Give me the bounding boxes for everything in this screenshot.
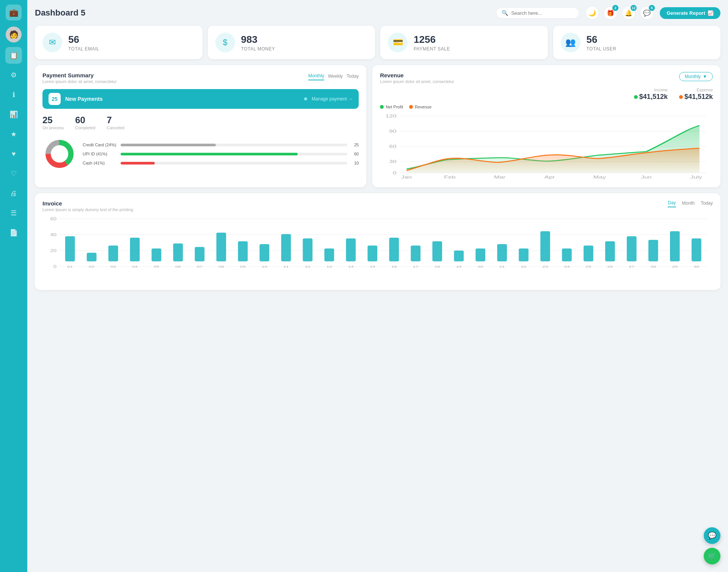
middle-row: Payment Summary Lorem ipsum dolor sit am…	[35, 65, 720, 187]
svg-rect-68	[475, 248, 485, 261]
svg-text:04: 04	[132, 265, 138, 268]
svg-text:13: 13	[326, 265, 332, 268]
user-label: TOTAL USER	[587, 46, 617, 52]
svg-text:16: 16	[391, 265, 397, 268]
gift-badge: 2	[612, 5, 618, 11]
on-process-num: 25	[42, 115, 64, 125]
stats-row: ✉ 56 TOTAL EMAIL $ 983 TOTAL MONEY 💳 125…	[35, 26, 720, 59]
svg-text:06: 06	[175, 265, 181, 268]
sidebar-item-liked[interactable]: ♥	[5, 146, 22, 162]
svg-rect-78	[584, 246, 593, 262]
sidebar-item-saved[interactable]: ♡	[5, 165, 22, 182]
svg-rect-58	[367, 246, 377, 262]
svg-rect-44	[217, 233, 226, 262]
svg-text:20: 20	[478, 265, 483, 268]
stat-completed: 60 Completed	[75, 115, 95, 130]
money-number: 983	[241, 34, 275, 45]
progress-item-cash: Cash (41%) 10	[83, 161, 359, 165]
sidebar-item-dashboard[interactable]: 📋	[5, 47, 22, 64]
expense-amount: $41,512k	[684, 93, 713, 101]
svg-rect-62	[411, 246, 420, 262]
user-icon: 👥	[561, 33, 581, 52]
sidebar-item-print[interactable]: 🖨	[5, 185, 22, 202]
svg-rect-40	[173, 243, 183, 261]
income-expense: Income $41,512k Expense $41,512k	[380, 88, 713, 101]
revenue-subtitle: Lorem ipsum dolor sit amet, consectetur	[380, 79, 454, 84]
svg-text:22: 22	[521, 265, 527, 268]
new-payments-count: 25	[49, 93, 61, 105]
payment-icon: 💳	[388, 33, 408, 52]
completed-num: 60	[75, 115, 95, 125]
revenue-legend: Net Profit Revenue	[380, 105, 713, 109]
svg-rect-42	[195, 247, 205, 262]
revenue-monthly-btn[interactable]: Monthly ▼	[679, 72, 713, 81]
stat-canceled: 7 Canceled	[107, 115, 124, 130]
bell-btn[interactable]: 🔔 12	[622, 6, 635, 20]
income-item: Income $41,512k	[634, 88, 668, 101]
invoice-tab-month[interactable]: Month	[682, 201, 695, 207]
sidebar-item-analytics[interactable]: 📊	[5, 106, 22, 123]
svg-text:May: May	[593, 175, 606, 179]
income-icon	[634, 95, 638, 99]
invoice-card: Invoice Lorem Ipsum is simply dummy text…	[35, 193, 720, 290]
svg-rect-48	[260, 244, 270, 261]
payment-label: PAYMENT SALE	[414, 46, 450, 52]
svg-rect-52	[303, 238, 313, 261]
stat-card-email: ✉ 56 TOTAL EMAIL	[35, 26, 202, 59]
tab-weekly[interactable]: Weekly	[328, 72, 343, 80]
invoice-tab-today[interactable]: Today	[701, 201, 713, 207]
invoice-tab-day[interactable]: Day	[668, 200, 676, 207]
svg-rect-36	[130, 238, 140, 261]
svg-rect-38	[152, 248, 162, 261]
tab-today[interactable]: Today	[347, 72, 359, 80]
search-input[interactable]	[511, 10, 574, 16]
svg-rect-32	[87, 253, 97, 262]
sidebar-item-menu[interactable]: ☰	[5, 205, 22, 221]
cart-button[interactable]: 🛒	[704, 548, 720, 564]
gift-btn[interactable]: 🎁 2	[604, 6, 617, 20]
canceled-label: Canceled	[107, 125, 124, 130]
float-buttons: 💬 🛒	[704, 527, 720, 564]
svg-text:Jan: Jan	[401, 175, 412, 179]
generate-report-button[interactable]: Generate Report 📈	[660, 7, 720, 19]
svg-text:09: 09	[240, 265, 246, 268]
stat-on-process: 25 On process	[42, 115, 64, 130]
svg-text:01: 01	[67, 265, 73, 268]
progress-label-upi: UPI ID (41%)	[83, 152, 117, 156]
manage-payment-link[interactable]: Manage payment →	[312, 96, 353, 102]
svg-rect-84	[648, 240, 658, 262]
svg-text:15: 15	[370, 265, 375, 268]
invoice-tabs: Day Month Today	[668, 200, 713, 207]
progress-bar-upi-wrap	[121, 153, 347, 155]
tab-monthly[interactable]: Monthly	[308, 72, 324, 80]
email-icon: ✉	[42, 33, 62, 52]
chat-btn[interactable]: 💬 5	[640, 6, 654, 20]
svg-rect-72	[519, 248, 529, 261]
svg-rect-50	[281, 234, 291, 262]
svg-text:60: 60	[389, 144, 397, 149]
svg-text:25: 25	[586, 265, 592, 268]
svg-rect-74	[540, 231, 550, 261]
on-process-label: On process	[42, 125, 64, 130]
sidebar-item-info[interactable]: ℹ	[5, 86, 22, 103]
support-button[interactable]: 💬	[704, 527, 720, 544]
income-label: Income	[654, 88, 668, 92]
svg-text:18: 18	[435, 265, 440, 268]
search-box[interactable]: 🔍	[496, 7, 579, 19]
revenue-dot	[409, 105, 413, 109]
svg-text:Apr: Apr	[544, 175, 555, 179]
sidebar-item-documents[interactable]: 📄	[5, 224, 22, 241]
svg-text:Mar: Mar	[494, 175, 505, 179]
stat-card-payment: 💳 1256 PAYMENT SALE	[380, 26, 548, 59]
svg-rect-70	[497, 244, 507, 261]
net-profit-dot	[380, 105, 384, 109]
payment-summary-subtitle: Lorem ipsum dolor sit amet, consectetur	[42, 79, 117, 84]
sidebar-item-favorites[interactable]: ★	[5, 126, 22, 143]
payment-summary-card: Payment Summary Lorem ipsum dolor sit am…	[35, 65, 366, 187]
svg-text:21: 21	[499, 265, 505, 268]
svg-text:10: 10	[262, 265, 267, 268]
legend-net-profit: Net Profit	[380, 105, 403, 109]
dark-mode-btn[interactable]: 🌙	[585, 6, 599, 20]
sidebar-item-settings[interactable]: ⚙	[5, 67, 22, 83]
svg-text:120: 120	[386, 114, 397, 118]
